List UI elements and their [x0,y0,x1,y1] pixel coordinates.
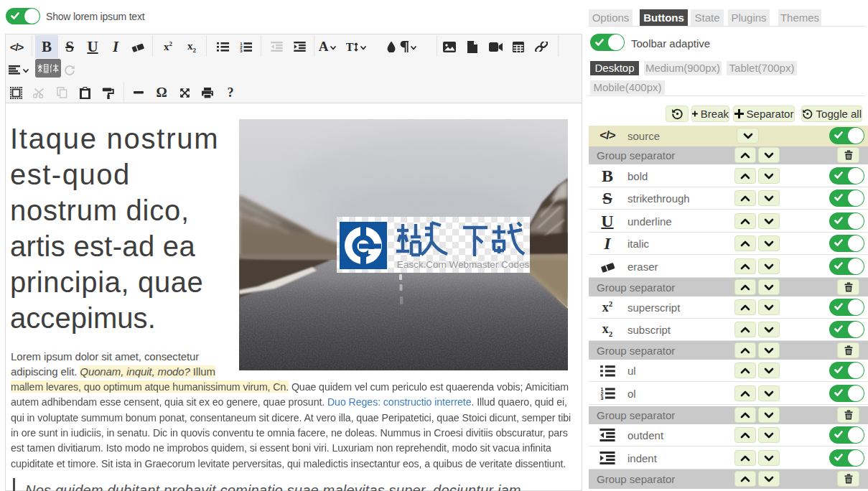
svg-text:3: 3 [240,48,243,52]
svg-text:3: 3 [600,395,603,400]
svg-text:T: T [346,42,354,52]
svg-text:Easck.Com Webmaster Codes: Easck.Com Webmaster Codes [397,259,530,270]
